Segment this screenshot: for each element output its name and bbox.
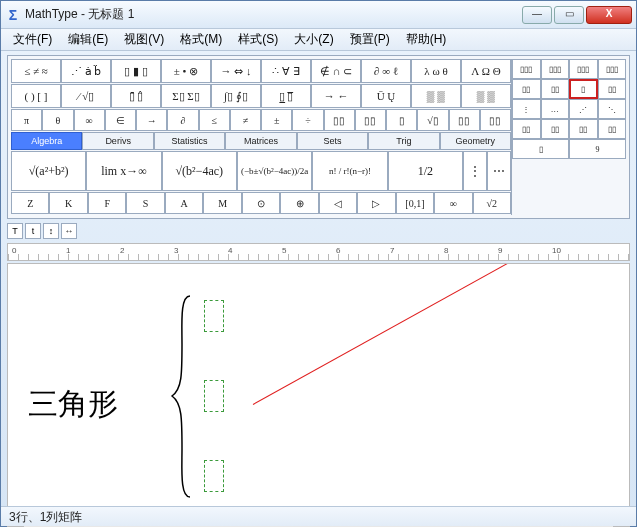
palette-greek-low[interactable]: λ ω θ bbox=[411, 59, 461, 83]
sym-in[interactable]: ∈ bbox=[105, 109, 136, 131]
tab-matrices[interactable]: Matrices bbox=[225, 132, 296, 150]
formula-pythag[interactable]: √(a²+b²) bbox=[11, 151, 86, 191]
tab-trig[interactable]: Trig bbox=[368, 132, 439, 150]
tab-9[interactable]: 9 bbox=[569, 139, 626, 159]
mtx-15[interactable]: ▯▯ bbox=[598, 119, 627, 139]
menu-edit[interactable]: 编辑(E) bbox=[60, 29, 116, 50]
matrix-slot-1[interactable] bbox=[204, 300, 224, 332]
mtx-12[interactable]: ▯▯ bbox=[512, 119, 541, 139]
user-inf[interactable]: ∞ bbox=[434, 192, 472, 214]
mtx-13[interactable]: ▯▯ bbox=[541, 119, 570, 139]
palette-greek-up[interactable]: Λ Ω Θ bbox=[461, 59, 511, 83]
formula-quadratic[interactable]: (−b±√(b²−4ac))/2a bbox=[237, 151, 312, 191]
user-z[interactable]: Z bbox=[11, 192, 49, 214]
sym-le[interactable]: ≤ bbox=[199, 109, 230, 131]
mtx-0[interactable]: ▯▯▯ bbox=[512, 59, 541, 79]
palette-spaces[interactable]: ▯ ▮ ▯ bbox=[111, 59, 161, 83]
palette-arrows[interactable]: → ⇔ ↓ bbox=[211, 59, 261, 83]
menu-view[interactable]: 视图(V) bbox=[116, 29, 172, 50]
user-a[interactable]: A bbox=[165, 192, 203, 214]
palette-relations[interactable]: ≤ ≠ ≈ bbox=[11, 59, 61, 83]
user-m[interactable]: M bbox=[203, 192, 241, 214]
palette-set[interactable]: ∉ ∩ ⊂ bbox=[311, 59, 361, 83]
sym-pi[interactable]: π bbox=[11, 109, 42, 131]
sym-pm[interactable]: ± bbox=[261, 109, 292, 131]
menu-file[interactable]: 文件(F) bbox=[5, 29, 60, 50]
tpl-box[interactable]: ▯ bbox=[386, 109, 417, 131]
matrix-slot-2[interactable] bbox=[204, 380, 224, 412]
mtx-14[interactable]: ▯▯ bbox=[569, 119, 598, 139]
tpl-sub[interactable]: ▯▯ bbox=[324, 109, 355, 131]
tpl-sup[interactable]: ▯▯ bbox=[355, 109, 386, 131]
mtx-4[interactable]: ▯▯ bbox=[512, 79, 541, 99]
user-s[interactable]: S bbox=[126, 192, 164, 214]
tpl-frac2[interactable]: ▯▯ bbox=[480, 109, 511, 131]
mtx-1[interactable]: ▯▯▯ bbox=[541, 59, 570, 79]
tab-derivs[interactable]: Derivs bbox=[82, 132, 153, 150]
matrix-slot-3[interactable] bbox=[204, 460, 224, 492]
palette-logic[interactable]: ∴ ∀ ∃ bbox=[261, 59, 311, 83]
user-k[interactable]: K bbox=[49, 192, 87, 214]
menu-help[interactable]: 帮助(H) bbox=[398, 29, 455, 50]
sym-ne[interactable]: ≠ bbox=[230, 109, 261, 131]
mtx-11[interactable]: ⋱ bbox=[598, 99, 627, 119]
menu-preset[interactable]: 预置(P) bbox=[342, 29, 398, 50]
minimize-button[interactable]: — bbox=[522, 6, 552, 24]
maximize-button[interactable]: ▭ bbox=[554, 6, 584, 24]
tab-sets[interactable]: Sets bbox=[297, 132, 368, 150]
tpl-sqrt[interactable]: √▯ bbox=[417, 109, 448, 131]
formula-binom[interactable]: n! / r!(n−r)! bbox=[312, 151, 387, 191]
mtx-7[interactable]: ▯▯ bbox=[598, 79, 627, 99]
user-ltri[interactable]: ◁ bbox=[319, 192, 357, 214]
tab-8[interactable]: ▯ bbox=[512, 139, 569, 159]
palette-misc[interactable]: ∂ ∞ ℓ bbox=[361, 59, 411, 83]
palette-accents[interactable]: ⋰ ȧ b̈ bbox=[61, 59, 111, 83]
formula-disc[interactable]: √(b²−4ac) bbox=[162, 151, 237, 191]
user-interval[interactable]: [0,1] bbox=[396, 192, 434, 214]
menu-style[interactable]: 样式(S) bbox=[230, 29, 286, 50]
palette-matrices2[interactable]: ▒ ▒ bbox=[461, 84, 511, 108]
formula-hdots[interactable]: ⋯ bbox=[487, 151, 511, 191]
mini-t[interactable]: t bbox=[25, 223, 41, 239]
user-rtri[interactable]: ▷ bbox=[357, 192, 395, 214]
sym-inf[interactable]: ∞ bbox=[74, 109, 105, 131]
mtx-2[interactable]: ▯▯▯ bbox=[569, 59, 598, 79]
sym-arrow[interactable]: → bbox=[136, 109, 167, 131]
close-button[interactable]: X bbox=[586, 6, 632, 24]
sym-theta[interactable]: θ bbox=[42, 109, 73, 131]
formula-limit[interactable]: lim x→∞ bbox=[86, 151, 161, 191]
sym-div[interactable]: ÷ bbox=[292, 109, 323, 131]
user-f[interactable]: F bbox=[88, 192, 126, 214]
user-circ[interactable]: ⊙ bbox=[242, 192, 280, 214]
palette-brackets[interactable]: ( ) [ ] bbox=[11, 84, 61, 108]
palette-overbar[interactable]: ▯̄ ▯̂ bbox=[111, 84, 161, 108]
palette-matrices[interactable]: ▒ ▒ bbox=[411, 84, 461, 108]
tab-geometry[interactable]: Geometry bbox=[440, 132, 511, 150]
formula-half[interactable]: 1/2 bbox=[388, 151, 463, 191]
palette-labeled-arrows[interactable]: → ← bbox=[311, 84, 361, 108]
menu-format[interactable]: 格式(M) bbox=[172, 29, 230, 50]
mtx-10[interactable]: ⋰ bbox=[569, 99, 598, 119]
mtx-8[interactable]: ⋮ bbox=[512, 99, 541, 119]
palette-diacriticals[interactable]: Ū Ų bbox=[361, 84, 411, 108]
mini-h[interactable]: ↔ bbox=[61, 223, 77, 239]
palette-sums[interactable]: Σ▯ Σ▯ bbox=[161, 84, 211, 108]
mtx-9[interactable]: … bbox=[541, 99, 570, 119]
palette-operators[interactable]: ± • ⊗ bbox=[161, 59, 211, 83]
palette-fractions[interactable]: ⁄ √▯ bbox=[61, 84, 111, 108]
user-sqrt2[interactable]: √2 bbox=[473, 192, 511, 214]
palette-underover[interactable]: ▯̲ ▯̅ bbox=[261, 84, 311, 108]
mtx-3x1-highlighted[interactable]: ▯ bbox=[569, 79, 598, 99]
equation-editor[interactable]: 三角形 bbox=[7, 263, 630, 523]
formula-vdots[interactable]: ⋮ bbox=[463, 151, 487, 191]
user-oplus[interactable]: ⊕ bbox=[280, 192, 318, 214]
tpl-frac[interactable]: ▯▯ bbox=[449, 109, 480, 131]
palette-integrals[interactable]: ∫▯ ∮▯ bbox=[211, 84, 261, 108]
menu-size[interactable]: 大小(Z) bbox=[286, 29, 341, 50]
mtx-5[interactable]: ▯▯ bbox=[541, 79, 570, 99]
tab-statistics[interactable]: Statistics bbox=[154, 132, 225, 150]
tab-algebra[interactable]: Algebra bbox=[11, 132, 82, 150]
mtx-3[interactable]: ▯▯▯ bbox=[598, 59, 627, 79]
mini-T[interactable]: T bbox=[7, 223, 23, 239]
sym-partial[interactable]: ∂ bbox=[167, 109, 198, 131]
